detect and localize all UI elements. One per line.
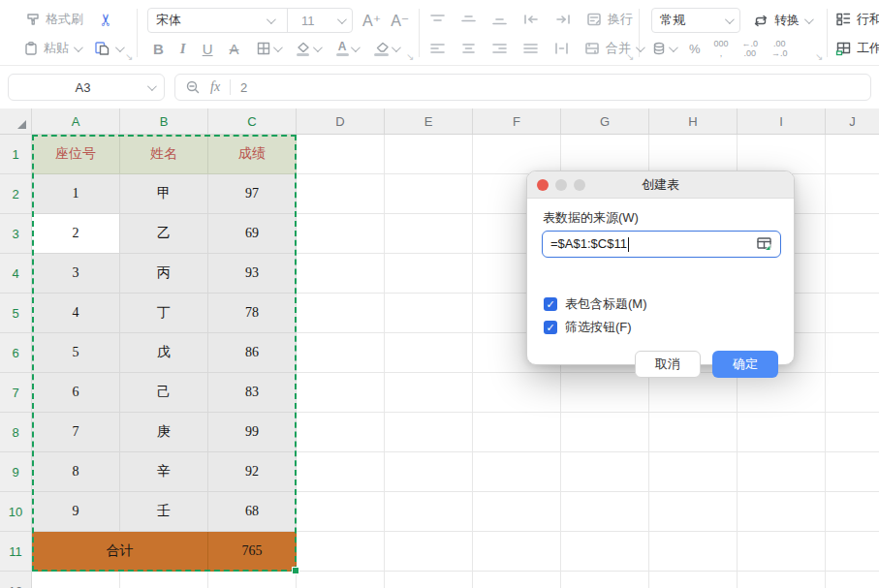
cell-b10[interactable]: 壬 — [120, 492, 208, 532]
font-size-select[interactable]: 11 — [294, 14, 352, 28]
cell-c3[interactable]: 69 — [208, 214, 297, 254]
worksheet-button[interactable]: 工作表 — [835, 40, 879, 57]
cell-b4[interactable]: 丙 — [120, 254, 208, 294]
font-color-button[interactable]: A — [336, 42, 358, 56]
convert-button[interactable]: 转换 — [752, 12, 811, 29]
rows-and-columns-button[interactable]: 行和列 — [835, 11, 879, 28]
fill-handle[interactable] — [292, 567, 299, 574]
cell-a10[interactable]: 9 — [32, 492, 120, 532]
cell-a1[interactable]: 座位号 — [32, 135, 120, 174]
cell-b6[interactable]: 戊 — [120, 333, 208, 373]
underline-button[interactable]: U — [203, 41, 213, 57]
eraser-button[interactable] — [374, 42, 398, 56]
close-button[interactable] — [537, 179, 549, 191]
alignment-dialog-launcher[interactable]: ↘ — [626, 52, 634, 62]
minimize-button[interactable] — [555, 179, 567, 191]
number-format-select[interactable]: 常规 — [651, 8, 740, 33]
name-box[interactable]: A3 — [8, 74, 165, 101]
column-header-d[interactable]: D — [297, 108, 385, 134]
cell-b7[interactable]: 己 — [120, 373, 208, 413]
align-top-icon[interactable] — [429, 12, 446, 27]
row-header[interactable]: 8 — [0, 413, 32, 452]
column-header-b[interactable]: B — [120, 108, 208, 134]
cell-a4[interactable]: 3 — [32, 254, 120, 294]
row-header[interactable]: 1 — [0, 135, 32, 174]
paste-button[interactable]: 粘贴 — [23, 40, 80, 57]
strikethrough-button[interactable]: A — [230, 41, 239, 57]
wrap-text-button[interactable]: 换行 — [586, 11, 633, 28]
cell-c9[interactable]: 92 — [208, 452, 297, 492]
clipboard-dialog-launcher[interactable]: ↘ — [125, 52, 133, 62]
cell-b8[interactable]: 庚 — [120, 413, 208, 452]
cell-c6[interactable]: 86 — [208, 333, 297, 373]
increase-indent-icon[interactable] — [554, 12, 572, 27]
table-has-headers-checkbox[interactable]: ✓ — [544, 297, 557, 311]
currency-format-button[interactable] — [651, 41, 675, 56]
row-header[interactable]: 10 — [0, 492, 32, 532]
cut-button[interactable]: ✂ — [99, 10, 112, 30]
distributed-icon[interactable] — [553, 41, 570, 56]
cell-c5[interactable]: 78 — [208, 294, 297, 333]
borders-button[interactable] — [256, 41, 280, 56]
column-header-g[interactable]: G — [561, 108, 649, 134]
cell-a7[interactable]: 6 — [32, 373, 120, 413]
cell-a5[interactable]: 4 — [32, 294, 120, 333]
cell-a8[interactable]: 7 — [32, 413, 120, 452]
align-middle-icon[interactable] — [460, 12, 477, 27]
filter-buttons-checkbox[interactable]: ✓ — [544, 321, 557, 334]
select-all-corner[interactable] — [0, 108, 32, 134]
italic-button[interactable]: I — [180, 41, 186, 57]
cell-c1[interactable]: 成绩 — [208, 135, 297, 174]
ok-button[interactable]: 确定 — [712, 351, 778, 378]
cell-c4[interactable]: 93 — [208, 254, 297, 294]
decrease-font-button[interactable]: A⁻ — [391, 12, 409, 30]
formula-input[interactable]: fx 2 — [174, 74, 871, 101]
column-header-a[interactable]: A — [32, 108, 120, 134]
column-header-e[interactable]: E — [385, 108, 473, 134]
cell-c2[interactable]: 97 — [208, 174, 297, 214]
cell-b5[interactable]: 丁 — [120, 294, 208, 333]
increase-font-button[interactable]: A⁺ — [362, 12, 381, 30]
cell-a2[interactable]: 1 — [32, 174, 120, 214]
row-header[interactable]: 2 — [0, 174, 32, 214]
row-header[interactable]: 5 — [0, 294, 32, 333]
align-left-icon[interactable] — [429, 41, 446, 56]
font-name-select[interactable]: 宋体 — [148, 12, 281, 29]
source-range-input[interactable]: =$A$1:$C$11 — [542, 231, 781, 258]
cell-b3[interactable]: 乙 — [120, 214, 208, 254]
column-header-h[interactable]: H — [649, 108, 738, 134]
row-header[interactable]: 11 — [0, 532, 32, 572]
font-dialog-launcher[interactable]: ↘ — [406, 52, 414, 62]
number-dialog-launcher[interactable]: ↘ — [815, 52, 823, 62]
cancel-button[interactable]: 取消 — [635, 351, 701, 378]
cell-c7[interactable]: 83 — [208, 373, 297, 413]
row-header[interactable]: 12 — [0, 572, 32, 588]
maximize-button[interactable] — [574, 179, 585, 191]
cell-a6[interactable]: 5 — [32, 333, 120, 373]
justify-icon[interactable] — [522, 41, 539, 56]
decrease-indent-icon[interactable] — [522, 12, 540, 27]
row-header[interactable]: 7 — [0, 373, 32, 413]
comma-style-button[interactable]: 000 , — [714, 39, 729, 58]
increase-decimal-button[interactable]: ←.0 .00 — [742, 39, 759, 58]
row-header[interactable]: 3 — [0, 214, 32, 254]
cell-c8[interactable]: 99 — [208, 413, 297, 452]
align-bottom-icon[interactable] — [491, 12, 508, 27]
row-header[interactable]: 6 — [0, 333, 32, 373]
decrease-decimal-button[interactable]: .00 →.0 — [771, 39, 788, 58]
cell-a3-active[interactable]: 2 — [32, 214, 120, 254]
cell-a11-merged-total-label[interactable]: 合计 — [32, 532, 208, 572]
column-header-i[interactable]: I — [738, 108, 826, 134]
fill-color-button[interactable] — [297, 42, 320, 56]
cell-c10[interactable]: 68 — [208, 492, 297, 532]
cell-b9[interactable]: 辛 — [120, 452, 208, 492]
cell-b2[interactable]: 甲 — [120, 174, 208, 214]
bold-button[interactable]: B — [153, 41, 164, 57]
cell-b1[interactable]: 姓名 — [120, 135, 208, 174]
align-right-icon[interactable] — [491, 41, 508, 56]
row-header[interactable]: 4 — [0, 254, 32, 294]
cell-a9[interactable]: 8 — [32, 452, 120, 492]
format-painter-button[interactable]: 格式刷 — [25, 11, 83, 28]
row-header[interactable]: 9 — [0, 452, 32, 492]
column-header-c[interactable]: C — [208, 108, 297, 134]
